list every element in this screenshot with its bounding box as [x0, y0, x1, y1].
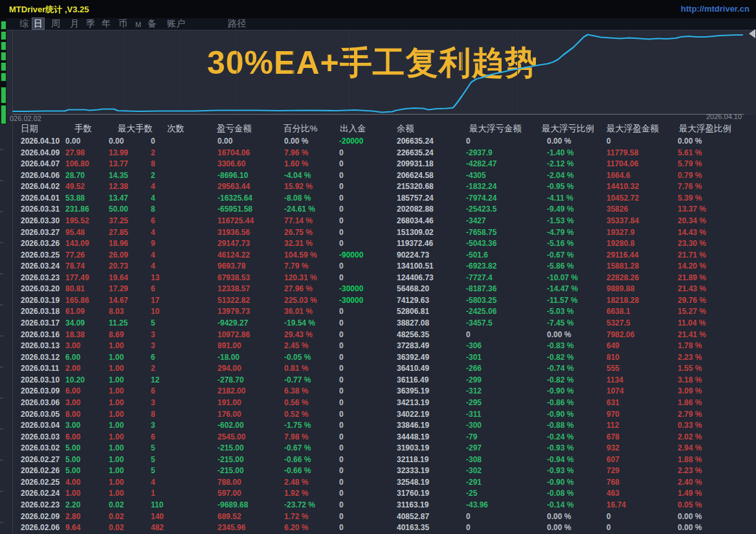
cell: -0.95 % — [547, 181, 606, 193]
cell: 1.00 — [109, 386, 151, 397]
cell: 13 — [151, 273, 217, 284]
cell: 5 — [151, 465, 217, 477]
cell: 294.00 — [217, 363, 284, 375]
cell: 14.67 — [109, 295, 151, 307]
cell: -6923.82 — [466, 261, 547, 273]
cell: 2026.03.04 — [21, 420, 65, 432]
cell: -0.74 % — [547, 363, 606, 375]
collapse-arrow-icon[interactable] — [749, 29, 755, 38]
cell: -43.96 — [466, 500, 547, 511]
cell: 2026.04.07 — [21, 159, 65, 170]
cell: 0.02 — [109, 522, 151, 534]
cell: 0 — [339, 204, 397, 216]
cell: -602.00 — [217, 420, 284, 432]
cell: 607 — [606, 454, 678, 466]
cell: 2026.02.09 — [21, 511, 65, 523]
cell: -7.45 % — [547, 318, 606, 329]
cell: 61.09 — [65, 306, 109, 318]
table-row: 2026.02.069.640.024822345.966.20 %040163… — [0, 522, 735, 534]
cell: 2026.02.25 — [21, 477, 65, 489]
cell: 2026.03.30 — [21, 216, 65, 227]
cell: -215.00 — [217, 443, 284, 454]
cell: 5 — [151, 318, 217, 329]
cell: -0.88 % — [547, 420, 606, 432]
table-row: 2026.04.0249.5212.38429563.4415.92 %0215… — [0, 181, 735, 193]
menu-tab-M[interactable]: M — [134, 19, 142, 30]
table-row: 2026.03.133.001.003891.002.45 %037283.49… — [0, 340, 735, 352]
menu-tab-年[interactable]: 年 — [100, 18, 112, 29]
cell: -0.83 % — [547, 340, 606, 352]
cell: 0 — [606, 136, 678, 148]
cell: 1.49 % — [678, 488, 735, 500]
cell: 36392.49 — [397, 352, 466, 364]
menu-tab-日[interactable]: 日 — [32, 18, 44, 29]
cell: 112 — [606, 420, 678, 432]
menu-tab-路径[interactable]: 路径 — [227, 18, 247, 29]
menu-tab-季[interactable]: 季 — [85, 18, 96, 29]
cell: 2026.03.31 — [21, 204, 65, 216]
cell: 2026.03.19 — [21, 295, 65, 307]
cell: 2026.04.02 — [21, 181, 65, 193]
cell: 0.00 % — [678, 136, 735, 148]
cell: 36.01 % — [284, 306, 339, 318]
cell: 2026.03.12 — [21, 352, 65, 364]
cell: 0 — [339, 500, 397, 511]
cell: 3.18 % — [678, 375, 735, 386]
cell: 53.88 — [65, 193, 109, 205]
table-row: 2026.03.112.001.002294.000.81 %036410.49… — [0, 363, 735, 375]
cell: -0.05 % — [284, 352, 339, 364]
cell: 1.00 — [109, 443, 151, 454]
cell: 2026.02.06 — [21, 522, 65, 534]
cell: -65951.58 — [217, 204, 284, 216]
cell: 38827.08 — [397, 318, 466, 329]
cell: 77.26 — [65, 250, 109, 261]
cell: 0 — [339, 409, 397, 421]
cell: 2026.03.10 — [21, 375, 65, 386]
menu-tab-币[interactable]: 币 — [117, 18, 129, 29]
cell: 32.31 % — [284, 238, 339, 250]
cell: 2026.03.11 — [21, 363, 65, 375]
app-url-link[interactable]: http://mtdriver.cn — [681, 4, 750, 14]
cell: 3 — [151, 329, 217, 341]
cell: 0 — [339, 238, 397, 250]
cell: 13.37 % — [678, 204, 735, 216]
cell: 32118.19 — [397, 454, 466, 466]
cell: -308 — [466, 454, 547, 466]
cell: 2.20 — [65, 500, 109, 511]
column-header: 余额 — [397, 122, 469, 136]
table-row: 2026.03.31231.8650.008-65951.58-24.61 %0… — [0, 204, 735, 216]
cell: 678 — [606, 432, 678, 443]
cell: -30000 — [339, 295, 397, 307]
cell: 2.45 % — [284, 340, 339, 352]
cell: 0.00 — [109, 136, 151, 148]
cell: -20000 — [339, 136, 397, 148]
cell: 0.79 % — [678, 170, 735, 182]
cell: 5.61 % — [678, 148, 735, 159]
cell: 0.00 % — [547, 522, 606, 534]
cell: -1.53 % — [547, 216, 606, 227]
menu-tab-备[interactable]: 备 — [146, 18, 158, 29]
cell: -0.94 % — [547, 454, 606, 466]
cell: -8696.10 — [217, 170, 284, 182]
cell: 0 — [339, 261, 397, 273]
table-row: 2026.02.265.001.005-215.00-0.66 %032333.… — [0, 465, 735, 477]
menu-tab-综[interactable]: 综 — [18, 18, 30, 29]
cell: 8.00 — [65, 409, 109, 421]
cell: 134100.51 — [397, 261, 466, 273]
menu-tab-月[interactable]: 月 — [69, 18, 80, 29]
cell: 2 — [151, 170, 217, 182]
menu-tab-周[interactable]: 周 — [50, 18, 61, 29]
cell: -3427 — [466, 216, 547, 227]
cell: 0.00 % — [547, 511, 606, 523]
cell: 6.00 — [65, 432, 109, 443]
cell: -30000 — [339, 284, 397, 295]
menu-tab-账户[interactable]: 账户 — [166, 18, 186, 29]
cell: 7.76 % — [678, 181, 735, 193]
table-row: 2026.03.058.001.008176.000.52 %034022.19… — [0, 409, 735, 421]
cell: 1.00 — [109, 397, 151, 409]
cell: 6.00 — [65, 352, 109, 364]
cell: 17.29 — [109, 284, 151, 295]
cell: -0.77 % — [284, 375, 339, 386]
table-row: 2026.03.126.001.006-18.00-0.05 %036392.4… — [0, 352, 735, 364]
cell: 35337.84 — [606, 216, 678, 227]
